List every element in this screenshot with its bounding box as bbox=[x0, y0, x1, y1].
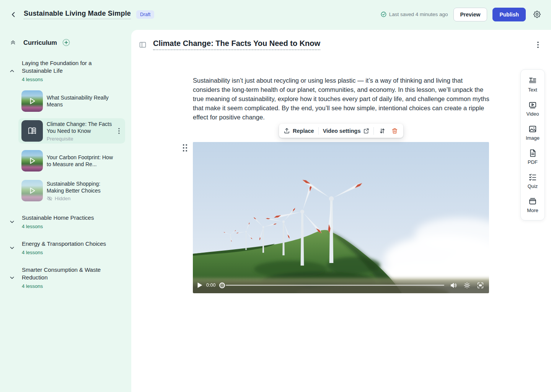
upload-icon bbox=[284, 127, 290, 134]
arrows-up-down-icon bbox=[379, 127, 386, 134]
video-settings-label: Video settings bbox=[323, 128, 361, 134]
tool-label: Video bbox=[526, 111, 539, 117]
lesson-video-thumbnail bbox=[21, 90, 43, 112]
topbar-actions: Last saved 4 minutes ago Preview Publish bbox=[381, 8, 541, 21]
lesson-text-block[interactable]: Sustainability isn’t just about recyclin… bbox=[193, 76, 491, 122]
lesson-header: Climate Change: The Facts You Need to Kn… bbox=[131, 30, 551, 50]
video-settings-button[interactable]: Video settings bbox=[323, 128, 370, 134]
section-lesson-count: 4 lessons bbox=[22, 77, 113, 82]
curriculum-section: Energy & Transportation Choices 4 lesson… bbox=[9, 240, 126, 255]
external-link-icon bbox=[363, 128, 369, 134]
chevron-down-icon bbox=[9, 266, 15, 289]
video-player[interactable]: 0:00 bbox=[193, 142, 489, 293]
back-button[interactable] bbox=[10, 11, 17, 18]
delete-block-button[interactable] bbox=[391, 127, 399, 135]
gear-icon bbox=[533, 11, 541, 18]
add-video-block-button[interactable]: Video bbox=[526, 101, 539, 117]
video-block-icon bbox=[528, 101, 537, 109]
wind-turbine-video-frame bbox=[193, 142, 489, 293]
section-header[interactable]: Energy & Transportation Choices 4 lesson… bbox=[9, 240, 126, 255]
pdf-block-icon bbox=[528, 149, 537, 157]
curriculum-sidebar: Curriculum Laying the Foundation for a S… bbox=[0, 29, 131, 392]
toolbar-divider bbox=[318, 127, 319, 135]
chevron-up-icon bbox=[9, 59, 15, 82]
curriculum-title: Curriculum bbox=[23, 39, 57, 46]
lesson-video-thumbnail bbox=[21, 180, 43, 201]
add-image-block-button[interactable]: Image bbox=[526, 125, 540, 141]
settings-sun-icon bbox=[464, 282, 470, 289]
curriculum-header: Curriculum bbox=[9, 38, 126, 47]
curriculum-section: Laying the Foundation for a Sustainable … bbox=[9, 59, 126, 203]
replace-video-button[interactable]: Replace bbox=[284, 127, 314, 134]
course-editor-page: Sustainable Living Made Simple Draft Las… bbox=[0, 0, 551, 392]
lesson-title: What Sustainability Really Means bbox=[47, 94, 115, 108]
lesson-row-carbon-footprint[interactable]: Your Carbon Footprint: How to Measure an… bbox=[18, 148, 125, 173]
section-lesson-count: 4 lessons bbox=[22, 224, 94, 229]
section-header[interactable]: Sustainable Home Practices 4 lessons bbox=[9, 214, 126, 229]
current-time: 0:00 bbox=[206, 283, 215, 288]
play-button[interactable] bbox=[197, 282, 203, 289]
add-text-block-button[interactable]: Text bbox=[528, 77, 537, 93]
panel-left-icon bbox=[139, 41, 147, 49]
fullscreen-button[interactable] bbox=[476, 281, 484, 289]
chevron-down-icon bbox=[9, 240, 15, 255]
lesson-reading-thumbnail bbox=[21, 120, 43, 142]
chevron-down-icon bbox=[9, 214, 15, 229]
lesson-row-sustainable-shopping[interactable]: Sustainable Shopping: Making Better Choi… bbox=[18, 178, 125, 203]
section-lesson-count: 4 lessons bbox=[22, 283, 113, 289]
lesson-title: Sustainable Shopping: Making Better Choi… bbox=[47, 180, 115, 194]
lesson-menu-button[interactable] bbox=[117, 127, 121, 135]
lesson-video-thumbnail bbox=[21, 150, 43, 172]
settings-button[interactable] bbox=[533, 10, 541, 19]
section-title: Energy & Transportation Choices bbox=[22, 240, 106, 248]
tool-label: PDF bbox=[528, 159, 538, 165]
replace-label: Replace bbox=[293, 128, 314, 134]
lesson-editor-panel: Climate Change: The Facts You Need to Kn… bbox=[131, 30, 551, 392]
tool-label: More bbox=[527, 207, 538, 213]
image-block-icon bbox=[528, 125, 537, 133]
preview-button[interactable]: Preview bbox=[453, 8, 487, 21]
move-block-button[interactable] bbox=[378, 127, 386, 135]
video-controls-bar: 0:00 bbox=[193, 279, 489, 293]
lesson-title: Climate Change: The Facts You Need to Kn… bbox=[47, 121, 115, 135]
lesson-options-button[interactable] bbox=[536, 41, 540, 49]
trash-icon bbox=[391, 127, 398, 134]
play-icon bbox=[21, 150, 43, 172]
add-pdf-block-button[interactable]: PDF bbox=[528, 149, 538, 165]
lesson-row-what-sustainability[interactable]: What Sustainability Really Means bbox=[18, 88, 125, 114]
play-icon bbox=[197, 283, 202, 288]
lesson-hidden-label: Hidden bbox=[55, 196, 70, 201]
open-book-icon bbox=[27, 126, 37, 136]
lesson-page-title[interactable]: Climate Change: The Facts You Need to Kn… bbox=[153, 39, 320, 50]
speaker-icon bbox=[450, 283, 457, 288]
section-lesson-count: 4 lessons bbox=[22, 250, 106, 255]
tool-label: Image bbox=[526, 135, 540, 141]
collapse-all-button[interactable] bbox=[9, 39, 17, 46]
video-quality-button[interactable] bbox=[463, 281, 471, 289]
section-header[interactable]: Laying the Foundation for a Sustainable … bbox=[9, 59, 126, 82]
scrubber-knob[interactable] bbox=[219, 283, 225, 288]
drag-dots-icon bbox=[183, 144, 187, 152]
lesson-row-climate-change[interactable]: Climate Change: The Facts You Need to Kn… bbox=[18, 118, 125, 144]
block-drag-handle[interactable] bbox=[182, 143, 188, 153]
section-title: Laying the Foundation for a Sustainable … bbox=[22, 59, 113, 75]
section-header[interactable]: Smarter Consumption & Waste Reduction 4 … bbox=[9, 266, 126, 289]
section-title: Smarter Consumption & Waste Reduction bbox=[22, 266, 113, 281]
chevron-left-icon bbox=[10, 11, 16, 18]
tool-label: Text bbox=[528, 87, 537, 93]
lesson-list: What Sustainability Really Means Climate… bbox=[18, 88, 126, 203]
kebab-menu-icon bbox=[537, 41, 539, 48]
plus-circle-icon bbox=[62, 39, 70, 46]
scrubber-track[interactable] bbox=[226, 285, 444, 286]
volume-button[interactable] bbox=[450, 282, 458, 289]
add-quiz-block-button[interactable]: Quiz bbox=[528, 173, 538, 189]
add-section-button[interactable] bbox=[62, 38, 71, 47]
play-icon bbox=[21, 90, 43, 112]
course-title[interactable]: Sustainable Living Made Simple bbox=[24, 10, 131, 19]
autosave-text: Last saved 4 minutes ago bbox=[389, 11, 448, 17]
eye-off-icon bbox=[47, 196, 52, 201]
publish-button[interactable]: Publish bbox=[492, 8, 526, 21]
toggle-sidebar-button[interactable] bbox=[138, 40, 147, 49]
more-blocks-icon bbox=[528, 197, 537, 206]
more-blocks-button[interactable]: More bbox=[527, 197, 538, 213]
